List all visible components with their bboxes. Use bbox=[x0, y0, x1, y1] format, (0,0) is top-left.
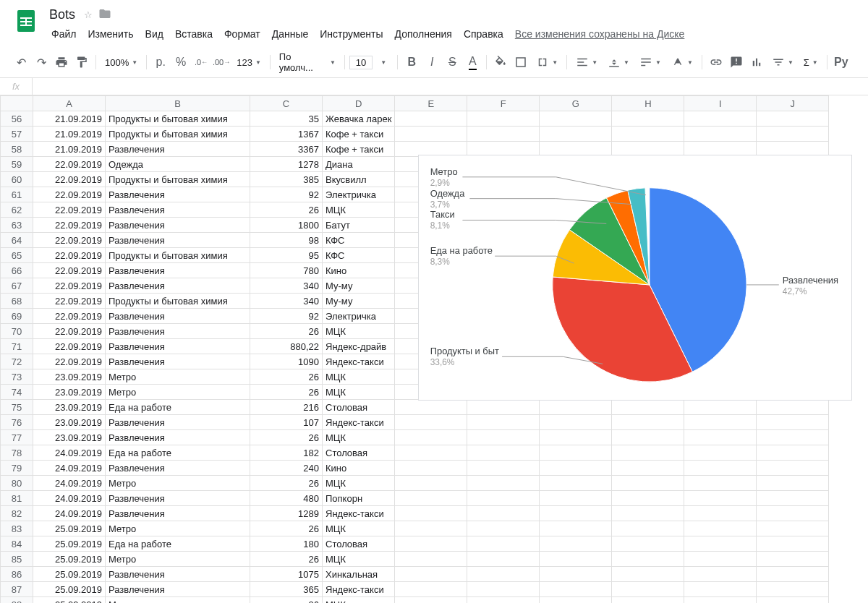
cell[interactable]: Кофе + такси bbox=[323, 142, 395, 157]
cell[interactable]: МЦК bbox=[323, 552, 395, 567]
cell[interactable]: 24.09.2019 bbox=[33, 476, 106, 491]
cell[interactable] bbox=[467, 127, 540, 142]
cell[interactable] bbox=[540, 582, 612, 597]
cell[interactable]: 22.09.2019 bbox=[33, 324, 106, 339]
cell[interactable]: Попкорн bbox=[323, 491, 395, 506]
cell[interactable]: 107 bbox=[250, 415, 323, 430]
cell[interactable]: Развлечения bbox=[106, 218, 250, 233]
cell[interactable]: Еда на работе bbox=[106, 400, 250, 415]
cell[interactable] bbox=[684, 536, 757, 552]
cell[interactable] bbox=[612, 506, 684, 521]
row-header[interactable]: 56 bbox=[1, 111, 33, 127]
cell[interactable]: 480 bbox=[250, 491, 323, 506]
sheets-logo[interactable] bbox=[12, 6, 41, 35]
row-header[interactable]: 82 bbox=[1, 506, 33, 521]
cell[interactable] bbox=[684, 597, 757, 604]
numfmt-dropdown[interactable]: 123▼ bbox=[232, 56, 265, 69]
col-header[interactable]: C bbox=[250, 96, 323, 111]
row-header[interactable]: 59 bbox=[1, 157, 33, 172]
cell[interactable]: МЦК bbox=[323, 385, 395, 400]
cell[interactable]: 26 bbox=[250, 369, 323, 385]
rotate-dropdown[interactable]: ▼ bbox=[667, 54, 697, 70]
cell[interactable]: МЦК bbox=[323, 521, 395, 536]
cell[interactable]: 26 bbox=[250, 476, 323, 491]
cell[interactable]: 24.09.2019 bbox=[33, 445, 106, 461]
cell[interactable] bbox=[612, 491, 684, 506]
cell[interactable] bbox=[757, 552, 829, 567]
cell[interactable] bbox=[684, 582, 757, 597]
cell[interactable] bbox=[757, 597, 829, 604]
row-header[interactable]: 81 bbox=[1, 491, 33, 506]
row-header[interactable]: 71 bbox=[1, 339, 33, 354]
comment-icon[interactable] bbox=[727, 53, 746, 72]
cell[interactable]: 26 bbox=[250, 202, 323, 218]
fontsize-caret-icon[interactable]: ▼ bbox=[374, 53, 393, 72]
cell[interactable] bbox=[467, 430, 540, 445]
cell[interactable] bbox=[467, 582, 540, 597]
row-header[interactable]: 61 bbox=[1, 187, 33, 202]
wrap-dropdown[interactable]: ▼ bbox=[635, 54, 665, 70]
row-header[interactable]: 73 bbox=[1, 369, 33, 385]
row-header[interactable]: 88 bbox=[1, 597, 33, 604]
cell[interactable]: 180 bbox=[250, 536, 323, 552]
save-status[interactable]: Все изменения сохранены на Диске bbox=[510, 25, 690, 43]
cell[interactable]: Еда на работе bbox=[106, 445, 250, 461]
halign-dropdown[interactable]: ▼ bbox=[571, 54, 602, 70]
cell[interactable] bbox=[612, 567, 684, 582]
cell[interactable] bbox=[540, 127, 612, 142]
cell[interactable]: Электричка bbox=[323, 187, 395, 202]
cell[interactable]: Яндекс-такси bbox=[323, 415, 395, 430]
cell[interactable]: МЦК bbox=[323, 430, 395, 445]
cell[interactable] bbox=[395, 461, 467, 476]
cell[interactable]: 3367 bbox=[250, 142, 323, 157]
cell[interactable] bbox=[540, 567, 612, 582]
cell[interactable]: 22.09.2019 bbox=[33, 278, 106, 294]
cell[interactable] bbox=[757, 476, 829, 491]
cell[interactable]: МЦК bbox=[323, 597, 395, 604]
cell[interactable] bbox=[395, 111, 467, 127]
col-header[interactable]: D bbox=[323, 96, 395, 111]
menu-tools[interactable]: Инструменты bbox=[315, 25, 388, 43]
cell[interactable]: 92 bbox=[250, 187, 323, 202]
cell[interactable] bbox=[757, 582, 829, 597]
cell[interactable] bbox=[395, 491, 467, 506]
cell[interactable]: Столовая bbox=[323, 536, 395, 552]
cell[interactable]: 1800 bbox=[250, 218, 323, 233]
cell[interactable]: 23.09.2019 bbox=[33, 415, 106, 430]
cell[interactable]: Развлечения bbox=[106, 202, 250, 218]
sheet-area[interactable]: ABCDEFGHIJ5621.09.2019Продукты и бытовая… bbox=[0, 95, 868, 603]
formula-input[interactable] bbox=[33, 78, 868, 95]
cell[interactable]: Метро bbox=[106, 385, 250, 400]
cell[interactable]: 340 bbox=[250, 294, 323, 309]
cell[interactable]: Му-му bbox=[323, 294, 395, 309]
link-icon[interactable] bbox=[707, 53, 726, 72]
cell[interactable]: 780 bbox=[250, 263, 323, 278]
cell[interactable] bbox=[757, 430, 829, 445]
row-header[interactable]: 83 bbox=[1, 521, 33, 536]
row-header[interactable]: 64 bbox=[1, 233, 33, 248]
cell[interactable] bbox=[395, 127, 467, 142]
cell[interactable]: 25.09.2019 bbox=[33, 597, 106, 604]
menu-format[interactable]: Формат bbox=[219, 25, 265, 43]
cell[interactable] bbox=[612, 415, 684, 430]
cell[interactable] bbox=[684, 445, 757, 461]
col-header[interactable]: G bbox=[540, 96, 612, 111]
cell[interactable]: МЦК bbox=[323, 369, 395, 385]
cell[interactable] bbox=[395, 597, 467, 604]
cell[interactable]: 23.09.2019 bbox=[33, 430, 106, 445]
cell[interactable] bbox=[757, 536, 829, 552]
cell[interactable]: Продукты и бытовая химия bbox=[106, 127, 250, 142]
cell[interactable]: Метро bbox=[106, 552, 250, 567]
cell[interactable]: Развлечения bbox=[106, 187, 250, 202]
cell[interactable]: 240 bbox=[250, 461, 323, 476]
cell[interactable]: 22.09.2019 bbox=[33, 202, 106, 218]
row-header[interactable]: 57 bbox=[1, 127, 33, 142]
cell[interactable]: 22.09.2019 bbox=[33, 309, 106, 324]
row-header[interactable]: 79 bbox=[1, 461, 33, 476]
cell[interactable]: 22.09.2019 bbox=[33, 294, 106, 309]
cell[interactable]: Развлечения bbox=[106, 506, 250, 521]
row-header[interactable]: 84 bbox=[1, 536, 33, 552]
cell[interactable]: Продукты и бытовая химия bbox=[106, 111, 250, 127]
row-header[interactable]: 58 bbox=[1, 142, 33, 157]
cell[interactable] bbox=[467, 597, 540, 604]
